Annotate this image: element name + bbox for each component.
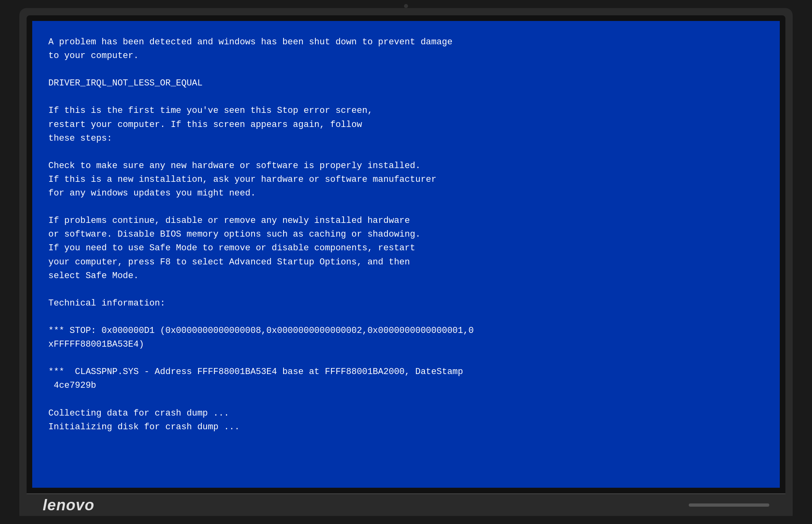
bsod-line: A problem has been detected and windows … — [48, 35, 764, 49]
bsod-line: your computer, press F8 to select Advanc… — [48, 256, 764, 269]
laptop-frame: A problem has been detected and windows … — [19, 8, 793, 516]
bsod-screen: A problem has been detected and windows … — [32, 21, 780, 488]
bsod-line: 4ce7929b — [48, 379, 764, 393]
bsod-line — [48, 200, 764, 214]
bsod-line — [48, 351, 764, 365]
bsod-line — [48, 310, 764, 324]
bsod-line: these steps: — [48, 132, 764, 146]
webcam — [404, 4, 408, 8]
bsod-line — [48, 283, 764, 297]
bsod-line: *** CLASSPNP.SYS - Address FFFF88001BA53… — [48, 365, 764, 379]
bsod-line: Technical information: — [48, 297, 764, 310]
bsod-line: Check to make sure any new hardware or s… — [48, 159, 764, 173]
bsod-line: If problems continue, disable or remove … — [48, 214, 764, 228]
brand-logo: lenovo — [43, 497, 94, 514]
bsod-line: DRIVER_IRQL_NOT_LESS_OR_EQUAL — [48, 77, 764, 90]
bsod-line — [48, 90, 764, 104]
bsod-line: restart your computer. If this screen ap… — [48, 118, 764, 132]
bsod-line — [48, 393, 764, 406]
bsod-line: Collecting data for crash dump ... — [48, 407, 764, 420]
bsod-line: *** STOP: 0x000000D1 (0x0000000000000008… — [48, 324, 764, 338]
bsod-line: to your computer. — [48, 49, 764, 63]
touchpad-indicator — [689, 503, 769, 507]
bsod-line: or software. Disable BIOS memory options… — [48, 228, 764, 241]
bsod-line: for any windows updates you might need. — [48, 187, 764, 200]
bsod-line: xFFFFF88001BA53E4) — [48, 338, 764, 351]
screen-bezel: A problem has been detected and windows … — [27, 15, 785, 493]
bsod-line — [48, 63, 764, 77]
bsod-line: Initializing disk for crash dump ... — [48, 420, 764, 434]
laptop-bottom-bar: lenovo — [27, 493, 785, 516]
bsod-line — [48, 146, 764, 159]
bsod-line: If you need to use Safe Mode to remove o… — [48, 241, 764, 255]
bsod-line: select Safe Mode. — [48, 269, 764, 283]
bsod-line: If this is a new installation, ask your … — [48, 173, 764, 187]
bsod-line: If this is the first time you've seen th… — [48, 104, 764, 118]
